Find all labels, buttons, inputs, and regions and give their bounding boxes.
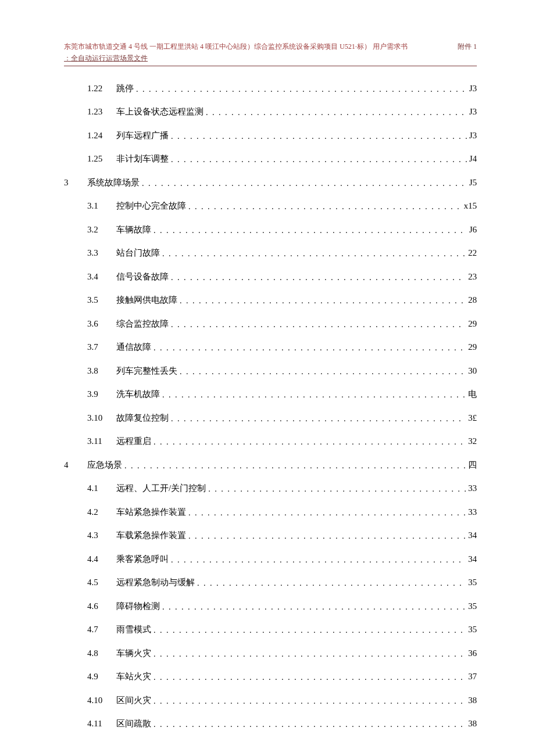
toc-subsection-title: 区间火灾 (116, 694, 151, 707)
toc-subsection-title: 跳停 (116, 82, 134, 95)
toc-row: 3.4信号设备故障23 (64, 265, 477, 289)
toc-page-number: 33 (466, 482, 477, 495)
toc-page-number: 35 (466, 623, 477, 636)
toc-subsection-title: 站台门故障 (116, 246, 160, 260)
toc-subsection-number: 4.10 (87, 694, 116, 707)
toc-page-number: J3 (467, 105, 477, 119)
toc-page-number: 38 (466, 694, 477, 707)
toc-leader-dots (134, 83, 467, 95)
toc-leader-dots (160, 601, 466, 613)
toc-subsection-title: 通信故障 (116, 341, 151, 354)
toc-row: 3.11远程重启32 (64, 429, 477, 453)
toc-leader-dots (160, 389, 466, 401)
document-page: 附件 1 东莞市城市轨道交通 4 号线 一期工程里洪站 4 嘆江中心站段）综合监… (0, 0, 535, 756)
toc-row: 3.8列车完整性丢失30 (64, 359, 477, 383)
toc-subsection-number: 1.22 (87, 82, 116, 95)
toc-page-number: 34 (466, 529, 477, 542)
toc-subsection-number: 4.11 (87, 717, 116, 730)
toc-page-number: 34 (466, 553, 477, 566)
toc-subsection-title: 列车远程广播 (116, 129, 169, 142)
toc-subsection-title: 车载紧急操作装置 (116, 529, 186, 542)
toc-row: 1.23车上设备状态远程监测J3 (64, 100, 477, 124)
toc-subsection-title: 信号设备故障 (116, 270, 169, 284)
toc-subsection-title: 故障复位控制 (116, 411, 169, 425)
toc-subsection-title: 障碍物检测 (116, 600, 160, 613)
toc-leader-dots (151, 695, 466, 707)
toc-subsection-number: 4.2 (87, 506, 116, 519)
toc-subsection-number: 3.7 (87, 341, 116, 354)
toc-section-title: 系统故障场景 (87, 176, 140, 189)
toc-leader-dots (151, 436, 466, 448)
toc-subsection-number: 1.25 (87, 152, 116, 166)
toc-page-number: 35 (466, 600, 477, 613)
header-text-c: 一期工程里洪站 4 嘆江中心站段）综合监控系统设备采购项目 U521·标） (149, 42, 371, 51)
toc-leader-dots (177, 366, 466, 378)
toc-page-number: 22 (466, 246, 477, 260)
toc-leader-dots (169, 130, 467, 142)
toc-leader-dots (169, 413, 466, 425)
toc-subsection-number: 3.5 (87, 293, 116, 307)
toc-page-number: x15 (462, 199, 477, 213)
toc-leader-dots (151, 648, 466, 660)
toc-row: 4.6障碍物检测35 (64, 594, 477, 618)
toc-page-number: 36 (466, 647, 477, 660)
toc-subsection-number: 3.1 (87, 199, 116, 213)
toc-subsection-title: 非计划车调整 (116, 152, 169, 166)
toc-page-number: 23 (466, 270, 477, 284)
toc-subsection-title: 车站紧急操作装置 (116, 506, 186, 519)
header-annex-label: 附件 1 (458, 41, 477, 52)
toc-page-number: 28 (466, 293, 477, 307)
toc-row: 4.4乘客紧急呼叫34 (64, 547, 477, 571)
toc-leader-dots (186, 530, 466, 542)
toc-row: 4.10区间火灾38 (64, 689, 477, 712)
toc-row: 3.1控制中心完全故障x15 (64, 194, 477, 218)
toc-row: 4.2车站紧急操作装置33 (64, 500, 477, 524)
header-text-d: 用户需求书 (373, 42, 408, 51)
toc-page-number: J4 (467, 152, 477, 166)
toc-page-number: J6 (467, 223, 477, 237)
toc-page-number: J3 (467, 129, 477, 142)
toc-subsection-number: 3.4 (87, 270, 116, 284)
toc-section-number: 3 (64, 176, 87, 189)
toc-subsection-title: 远程重启 (116, 435, 151, 448)
toc-leader-dots (169, 153, 467, 166)
toc-page-number: J5 (467, 176, 477, 189)
toc-subsection-number: 3.11 (87, 435, 116, 448)
toc-leader-dots (151, 342, 466, 354)
toc-subsection-number: 3.6 (87, 317, 116, 331)
toc-leader-dots (177, 295, 466, 307)
toc-row: 4.3车载紧急操作装置34 (64, 524, 477, 547)
toc-row: 3.2车辆故障J6 (64, 218, 477, 242)
toc-leader-dots (122, 460, 466, 472)
toc-row: 1.22跳停J3 (64, 77, 477, 101)
toc-subsection-title: 综合监控故障 (116, 317, 169, 331)
toc-row: 4.8车辆火灾36 (64, 642, 477, 665)
toc-leader-dots (186, 200, 462, 213)
toc-leader-dots (151, 224, 467, 237)
toc-subsection-number: 3.10 (87, 411, 116, 425)
toc-subsection-title: 列车完整性丢失 (116, 364, 177, 378)
toc-page-number: 35 (466, 576, 477, 589)
toc-row: 4应急场景四 (87, 453, 477, 477)
toc-subsection-number: 3.2 (87, 223, 116, 237)
toc-subsection-title: 车上设备状态远程监测 (116, 105, 204, 119)
toc-row: 3.5接触网供电故障28 (64, 288, 477, 312)
toc-row: 3.3站台门故障22 (64, 241, 477, 265)
toc-leader-dots (169, 271, 466, 284)
header-text-a: 东莞市城市轨道交通 4 (64, 42, 132, 51)
toc-page-number: 四 (466, 458, 477, 472)
toc-page-number: 30 (466, 364, 477, 378)
toc-subsection-number: 3.8 (87, 364, 116, 378)
toc-page-number: 37 (466, 670, 477, 683)
toc-subsection-title: 雨雪模式 (116, 623, 151, 636)
toc-subsection-number: 4.3 (87, 529, 116, 542)
toc-subsection-number: 4.6 (87, 600, 116, 613)
toc-subsection-title: 车站火灾 (116, 670, 151, 683)
toc-row: 1.24列车远程广播J3 (64, 124, 477, 148)
toc-leader-dots (169, 318, 466, 331)
toc-subsection-title: 远程、人工开/关门控制 (116, 482, 206, 495)
toc-leader-dots (151, 671, 466, 683)
toc-subsection-title: 乘客紧急呼叫 (116, 553, 169, 566)
header-text-b: 号线 (134, 42, 148, 51)
toc-subsection-number: 4.7 (87, 623, 116, 636)
